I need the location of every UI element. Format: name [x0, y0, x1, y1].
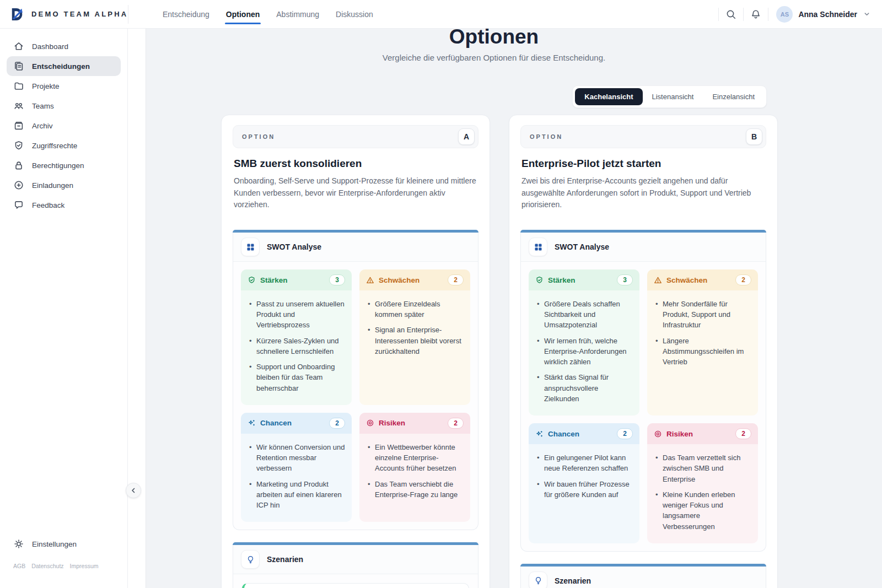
scenarios-title: Szenarien: [267, 555, 303, 564]
view-toggle-row: Kachelansicht Listenansicht Einzelansich…: [221, 85, 767, 108]
count-badge: 3: [617, 274, 633, 285]
sparkles-icon: [248, 419, 256, 427]
sidebar-item-teams[interactable]: Teams: [7, 96, 121, 116]
option-card-a: OPTION A SMB zuerst konsolidieren Onboar…: [221, 115, 490, 588]
sidebar-item-entscheidungen[interactable]: Entscheidungen: [7, 56, 121, 76]
actions-divider: [768, 8, 768, 21]
sidebar-item-dashboard[interactable]: Dashboard: [7, 36, 121, 56]
swot-quadrant-opportunities: Chancen 2 Wir können Conversion und Rete…: [241, 413, 352, 522]
user-menu[interactable]: AS Anna Schneider: [776, 6, 870, 23]
archive-box-icon: [13, 120, 24, 131]
footer-link-impressum[interactable]: Impressum: [70, 563, 99, 569]
chevron-down-icon: [864, 11, 870, 17]
scenarios-section: Szenarien BEST CASE Wir gewinnen in den …: [233, 542, 478, 588]
swot-item: Ein gelungener Pilot kann neue Referenze…: [536, 452, 634, 473]
target-icon: [654, 430, 662, 438]
scenarios-header: Szenarien: [233, 545, 478, 574]
chevron-left-icon: [130, 487, 137, 494]
search-button[interactable]: [719, 4, 743, 24]
sparkles-icon: [535, 430, 544, 438]
option-badge-a: A: [458, 128, 475, 145]
sidebar-item-label: Einstellungen: [32, 540, 77, 548]
top-navigation: Entscheidung Optionen Abstimmung Diskuss…: [163, 0, 373, 28]
sidebar: Dashboard Entscheidungen Projekte T: [0, 29, 128, 588]
quadrant-label: Stärken: [260, 276, 288, 284]
tab-optionen[interactable]: Optionen: [226, 0, 260, 28]
swot-section: SWOT Analyse: [233, 230, 478, 530]
lightbulb-icon: [529, 571, 547, 588]
top-bar: DEMO TEAM ALPHA Entscheidung Optionen Ab…: [0, 0, 882, 29]
option-badge-b: B: [746, 128, 762, 145]
home-icon: [13, 41, 24, 52]
swot-item: Ein Wettbewerber könnte einzelne Enterpr…: [367, 442, 465, 474]
swot-header: SWOT Analyse: [521, 233, 766, 262]
sidebar-collapse-button[interactable]: [126, 483, 141, 498]
sidebar-item-label: Dashboard: [32, 42, 68, 51]
swot-item: Wir bauen früher Prozesse für größere Ku…: [536, 479, 634, 500]
users-icon: [13, 100, 24, 111]
swot-item: Kleine Kunden erleben weniger Fokus und …: [655, 489, 752, 532]
quadrant-label: Risiken: [379, 419, 405, 427]
quadrant-label: Stärken: [548, 276, 576, 284]
swot-quadrant-risks: Risiken 2 Das Team verzettelt sich zwisc…: [647, 423, 758, 543]
target-icon: [366, 419, 374, 427]
footer-link-agb[interactable]: AGB: [13, 563, 25, 569]
notifications-button[interactable]: [744, 4, 768, 24]
sidebar-item-label: Einladungen: [32, 181, 73, 190]
shield-check-icon: [535, 276, 544, 284]
footer-link-datenschutz[interactable]: Datenschutz: [31, 563, 63, 569]
sidebar-item-einladungen[interactable]: Einladungen: [7, 175, 121, 195]
swot-list: Wir können Conversion und Retention mess…: [241, 434, 352, 522]
swot-list: Ein gelungener Pilot kann neue Referenze…: [529, 444, 639, 511]
top-actions: AS Anna Schneider: [718, 4, 882, 24]
sidebar-item-label: Archiv: [32, 122, 53, 130]
brand[interactable]: DEMO TEAM ALPHA: [0, 0, 128, 28]
tab-diskussion[interactable]: Diskussion: [336, 0, 373, 28]
sidebar-item-archiv[interactable]: Archiv: [7, 116, 121, 136]
sidebar-item-label: Entscheidungen: [32, 62, 90, 71]
brand-logo-icon: [9, 6, 25, 23]
sidebar-item-berechtigungen[interactable]: Berechtigungen: [7, 155, 121, 175]
sidebar-item-zugriffsrechte[interactable]: Zugriffsrechte: [7, 136, 121, 155]
view-tab-kachelansicht[interactable]: Kachelansicht: [575, 88, 642, 105]
swot-title: SWOT Analyse: [267, 242, 321, 251]
alert-triangle-icon: [654, 276, 662, 284]
swot-quadrant-weaknesses: Schwächen 2 Mehr Sonderfälle für Produkt…: [647, 269, 758, 416]
swot-item: Signal an Enterprise-Interessenten bleib…: [367, 325, 465, 357]
sidebar-item-label: Berechtigungen: [32, 161, 84, 170]
swot-title: SWOT Analyse: [555, 242, 609, 251]
bell-icon: [750, 9, 761, 20]
sidebar-item-feedback[interactable]: Feedback: [7, 195, 121, 215]
main-content: Optionen Vergleiche die verfügbaren Opti…: [146, 29, 882, 588]
sidebar-spacer: [7, 215, 121, 534]
user-name: Anna Schneider: [798, 10, 857, 19]
swot-list: Mehr Sonderfälle für Produkt, Support un…: [647, 290, 758, 379]
swot-header: SWOT Analyse: [233, 233, 478, 262]
swot-item: Support und Onboarding bleiben für das T…: [249, 362, 346, 393]
tab-abstimmung[interactable]: Abstimmung: [276, 0, 319, 28]
sidebar-footer: AGB Datenschutz Impressum: [13, 563, 114, 569]
swot-section: SWOT Analyse: [520, 230, 766, 552]
quadrant-label: Risiken: [666, 430, 693, 438]
tab-entscheidung[interactable]: Entscheidung: [163, 0, 209, 28]
gear-icon: [13, 538, 24, 549]
quadrant-label: Schwächen: [666, 276, 707, 284]
sidebar-item-einstellungen[interactable]: Einstellungen: [7, 534, 121, 554]
swot-list: Das Team verzettelt sich zwischen SMB un…: [647, 444, 758, 543]
count-badge: 2: [617, 428, 633, 439]
view-tab-listenansicht[interactable]: Listenansicht: [643, 88, 703, 105]
option-title: Enterprise-Pilot jetzt starten: [521, 158, 765, 170]
quadrant-label: Schwächen: [379, 276, 420, 284]
swot-item: Größere Einzeldeals kommen später: [367, 299, 465, 320]
avatar: AS: [776, 6, 793, 23]
swot-item: Das Team verschiebt die Enterprise-Frage…: [367, 479, 465, 500]
count-badge: 2: [329, 418, 345, 429]
swot-item: Mehr Sonderfälle für Produkt, Support un…: [655, 299, 752, 331]
quadrant-label: Chancen: [260, 419, 292, 427]
page-subtitle: Vergleiche die verfügbaren Optionen für …: [221, 53, 767, 62]
swot-list: Größere Deals schaffen Sichtbarkeit und …: [529, 290, 639, 416]
swot-quadrant-opportunities: Chancen 2 Ein gelungener Pilot kann neue…: [529, 423, 639, 543]
view-tab-einzelansicht[interactable]: Einzelansicht: [703, 88, 764, 105]
sidebar-item-projekte[interactable]: Projekte: [7, 76, 121, 96]
option-title: SMB zuerst konsolidieren: [234, 158, 477, 170]
